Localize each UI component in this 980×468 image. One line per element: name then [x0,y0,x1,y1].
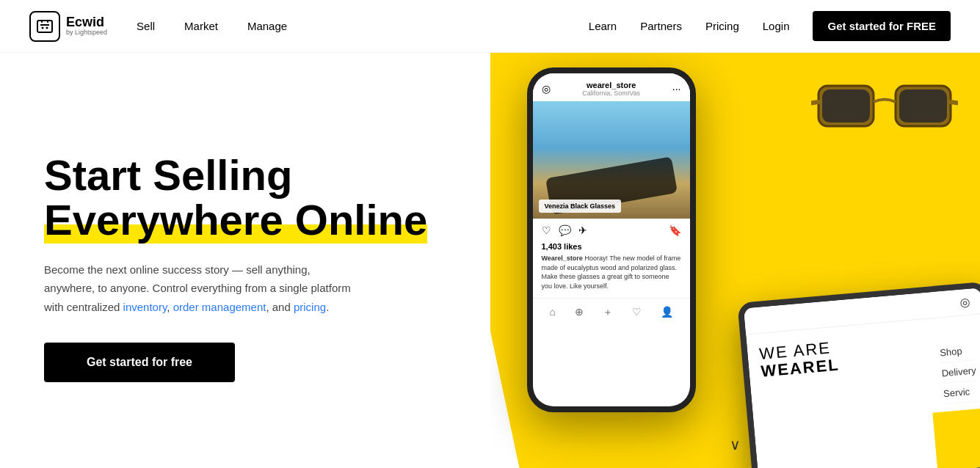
tablet-screen: ◎ WE ARE WEAREL Shop Delivery Servic [744,288,980,468]
cart-icon [36,18,54,35]
chevron-down-icon: ∨ [730,436,741,453]
navbar: Ecwid by Lightspeed Sell Market Manage L… [0,0,980,53]
pricing-link[interactable]: pricing [294,301,326,313]
tablet-nav-service[interactable]: Servic [943,381,979,404]
logo-icon [29,11,60,42]
svg-rect-4 [822,89,870,123]
share-icon[interactable]: ✈ [578,224,587,236]
svg-point-1 [42,26,44,29]
heart-icon[interactable]: ♡ [632,306,642,319]
logo-text: Ecwid by Lightspeed [66,15,107,37]
nav-cta-button[interactable]: Get started for FREE [813,11,951,41]
phone-likes: 1,403 likes [533,242,690,254]
bookmark-icon[interactable]: 🔖 [669,224,681,236]
phone-mockup: ◎ wearel_store California, SomIVas ··· V… [527,67,696,412]
comment-icon[interactable]: 💬 [559,224,571,236]
phone-screen: ◎ wearel_store California, SomIVas ··· V… [533,73,690,406]
tablet-nav-items: Shop Delivery Servic [939,340,979,404]
logo-sub: by Lightspeed [66,29,107,37]
nav-login[interactable]: Login [763,20,790,32]
nav-left: Ecwid by Lightspeed Sell Market Manage [29,11,287,42]
product-name: Venezia Black Glasses [545,202,616,210]
phone-menu-icon[interactable]: ··· [672,83,681,95]
nav-pricing[interactable]: Pricing [705,20,739,32]
nav-learn[interactable]: Learn [589,20,617,32]
phone-product-label: Venezia Black Glasses [539,200,622,213]
hero-title-line2: Everywhere Online [44,196,427,244]
tablet-mockup: ◎ WE ARE WEAREL Shop Delivery Servic [737,282,980,468]
phone-bottom-nav: ⌂ ⊕ ＋ ♡ 👤 [533,298,690,326]
phone-actions: ♡ 💬 ✈ 🔖 [533,219,690,242]
plus-icon[interactable]: ＋ [603,306,613,319]
svg-rect-6 [899,89,947,123]
phone-username: wearel_store [582,81,640,89]
nav-sell[interactable]: Sell [137,20,155,32]
phone-product-image: Venezia Black Glasses [533,101,690,219]
logo-name: Ecwid [66,15,107,30]
sunglasses-svg [811,60,958,156]
phone-location: California, SomIVas [582,89,640,97]
like-icon[interactable]: ♡ [542,224,551,236]
search-icon[interactable]: ⊕ [575,306,584,319]
nav-right: Learn Partners Pricing Login Get started… [589,11,951,41]
nav-market[interactable]: Market [184,20,218,32]
hero-description: Become the next online success story — s… [44,260,360,317]
hero-right: ◎ wearel_store California, SomIVas ··· V… [490,53,981,468]
phone-header: ◎ wearel_store California, SomIVas ··· [533,73,690,101]
caption-username: Wearel_store [542,255,583,262]
inventory-link[interactable]: inventory [123,301,167,313]
home-icon[interactable]: ⌂ [549,306,555,319]
tablet-nav-delivery[interactable]: Delivery [941,360,977,384]
order-link[interactable]: order management [173,301,266,313]
svg-rect-0 [37,21,52,32]
hero-cta-button[interactable]: Get started for free [44,343,235,382]
profile-icon[interactable]: 👤 [661,306,673,319]
sunglasses-decoration [811,60,958,156]
tablet-nav-shop[interactable]: Shop [939,340,975,363]
hero-section: Start Selling Everywhere Online Become t… [0,53,980,468]
nav-manage[interactable]: Manage [247,20,287,32]
phone-logo-icon: ◎ [542,83,551,95]
nav-partners[interactable]: Partners [640,20,682,32]
logo[interactable]: Ecwid by Lightspeed [29,11,107,42]
phone-caption: Wearel_store Hooray! The new model of fr… [533,254,690,290]
scroll-down-chevron[interactable]: ∨ [730,436,741,453]
hero-left: Start Selling Everywhere Online Become t… [0,53,490,468]
hero-title: Start Selling Everywhere Online [44,153,461,243]
tablet-logo-icon: ◎ [959,295,971,310]
tablet-yellow-accent [932,408,980,468]
hero-title-line1: Start Selling [44,151,292,199]
svg-point-2 [46,26,48,29]
